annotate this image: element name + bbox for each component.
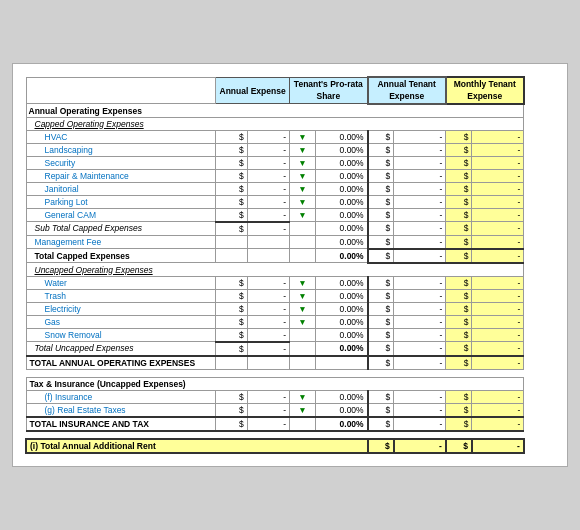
landscaping-arrow: ▼ [289, 143, 315, 156]
general-cam-pct: 0.00% [316, 208, 368, 222]
parking-val2: - [394, 195, 446, 208]
total-uncapped-val2: - [394, 342, 446, 356]
total-capped-dollar2: $ [368, 249, 394, 263]
general-cam-row: General CAM $ - ▼ 0.00% $ - $ - [26, 208, 555, 222]
snow-dollar3: $ [446, 328, 472, 342]
janitorial-val1: - [247, 182, 289, 195]
annual-operating-label: Annual Operating Expenses [26, 104, 524, 118]
total-uncapped-dollar2: $ [368, 342, 394, 356]
empty-row-2 [26, 431, 555, 439]
parking-val3: - [472, 195, 524, 208]
electricity-val2: - [394, 302, 446, 315]
total-uncapped-empty [289, 342, 315, 356]
security-val3: - [472, 156, 524, 169]
trash-label: Trash [26, 289, 216, 302]
snow-removal-label: Snow Removal [26, 328, 216, 342]
mgmt-empty2 [247, 235, 289, 249]
ret-dollar1: $ [216, 403, 248, 417]
total-capped-label: Total Capped Expenses [26, 249, 216, 263]
total-insurance-tax-row: TOTAL INSURANCE AND TAX $ - 0.00% $ - $ … [26, 417, 555, 431]
tax-insurance-section: Tax & Insurance (Uncapped Expenses) [26, 377, 555, 390]
management-fee-row: Management Fee 0.00% $ - $ - [26, 235, 555, 249]
section-annual-operating: Annual Operating Expenses [26, 104, 555, 118]
general-cam-dollar2: $ [368, 208, 394, 222]
insurance-pct: 0.00% [316, 390, 368, 403]
total-ins-val1: - [247, 417, 289, 431]
landscaping-row: Landscaping $ - ▼ 0.00% $ - $ - [26, 143, 555, 156]
total-annual-operating-row: TOTAL ANNUAL OPERATING EXPENSES $ - $ - [26, 356, 555, 370]
janitorial-dollar3: $ [446, 182, 472, 195]
subtotal-capped-row: Sub Total Capped Expenses $ - 0.00% $ - … [26, 222, 555, 236]
annual-expense-header: Annual Expense [216, 77, 290, 103]
ret-dollar3: $ [446, 403, 472, 417]
total-capped-dollar3: $ [446, 249, 472, 263]
insurance-dollar2: $ [368, 390, 394, 403]
janitorial-label: Janitorial [26, 182, 216, 195]
snow-pct: 0.00% [316, 328, 368, 342]
final-val3: - [472, 439, 524, 453]
final-val2: - [394, 439, 446, 453]
ret-dollar2: $ [368, 403, 394, 417]
water-val3: - [472, 276, 524, 289]
repair-dollar2: $ [368, 169, 394, 182]
insurance-val1: - [247, 390, 289, 403]
mgmt-empty1 [216, 235, 248, 249]
hvac-dollar3: $ [446, 130, 472, 143]
water-dollar3: $ [446, 276, 472, 289]
ret-pct: 0.00% [316, 403, 368, 417]
electricity-row: Electricity $ - ▼ 0.00% $ - $ - [26, 302, 555, 315]
hvac-val3: - [472, 130, 524, 143]
electricity-dollar2: $ [368, 302, 394, 315]
real-estate-tax-label: (g) Real Estate Taxes [26, 403, 216, 417]
electricity-label: Electricity [26, 302, 216, 315]
gas-dollar1: $ [216, 315, 248, 328]
electricity-arrow: ▼ [289, 302, 315, 315]
total-uncapped-val1: - [247, 342, 289, 356]
security-val2: - [394, 156, 446, 169]
total-capped-empty3 [289, 249, 315, 263]
total-ann-op-empty4 [316, 356, 368, 370]
parking-dollar2: $ [368, 195, 394, 208]
spreadsheet-container: Annual Expense Tenant's Pro-rata Share A… [12, 63, 568, 466]
janitorial-pct: 0.00% [316, 182, 368, 195]
final-dollar2: $ [368, 439, 394, 453]
water-dollar1: $ [216, 276, 248, 289]
subtotal-capped-pct: 0.00% [316, 222, 368, 236]
general-cam-arrow: ▼ [289, 208, 315, 222]
gas-label: Gas [26, 315, 216, 328]
general-cam-label: General CAM [26, 208, 216, 222]
total-ann-op-empty3 [289, 356, 315, 370]
snow-dollar2: $ [368, 328, 394, 342]
landscaping-val1: - [247, 143, 289, 156]
parking-arrow: ▼ [289, 195, 315, 208]
trash-dollar2: $ [368, 289, 394, 302]
mgmt-dollar2: $ [368, 235, 394, 249]
total-uncapped-pct: 0.00% [316, 342, 368, 356]
capped-header-label: Capped Operating Expenses [26, 117, 524, 130]
total-ins-empty [289, 417, 315, 431]
snow-val2: - [394, 328, 446, 342]
mgmt-pct: 0.00% [316, 235, 368, 249]
electricity-dollar3: $ [446, 302, 472, 315]
total-capped-val2: - [394, 249, 446, 263]
total-capped-empty1 [216, 249, 248, 263]
water-arrow: ▼ [289, 276, 315, 289]
security-pct: 0.00% [316, 156, 368, 169]
gas-dollar2: $ [368, 315, 394, 328]
tax-insurance-label: Tax & Insurance (Uncapped Expenses) [26, 377, 524, 390]
janitorial-arrow: ▼ [289, 182, 315, 195]
security-row: Security $ - ▼ 0.00% $ - $ - [26, 156, 555, 169]
insurance-label: (f) Insurance [26, 390, 216, 403]
landscaping-pct: 0.00% [316, 143, 368, 156]
subtotal-capped-label: Sub Total Capped Expenses [26, 222, 216, 236]
total-uncapped-dollar1: $ [216, 342, 248, 356]
final-dollar3: $ [446, 439, 472, 453]
subtotal-capped-val2: - [394, 222, 446, 236]
snow-val1: - [247, 328, 289, 342]
repair-val3: - [472, 169, 524, 182]
security-dollar3: $ [446, 156, 472, 169]
annual-tenant-header: Annual Tenant Expense [368, 77, 446, 103]
gas-val3: - [472, 315, 524, 328]
insurance-row: (f) Insurance $ - ▼ 0.00% $ - $ - [26, 390, 555, 403]
gas-val2: - [394, 315, 446, 328]
